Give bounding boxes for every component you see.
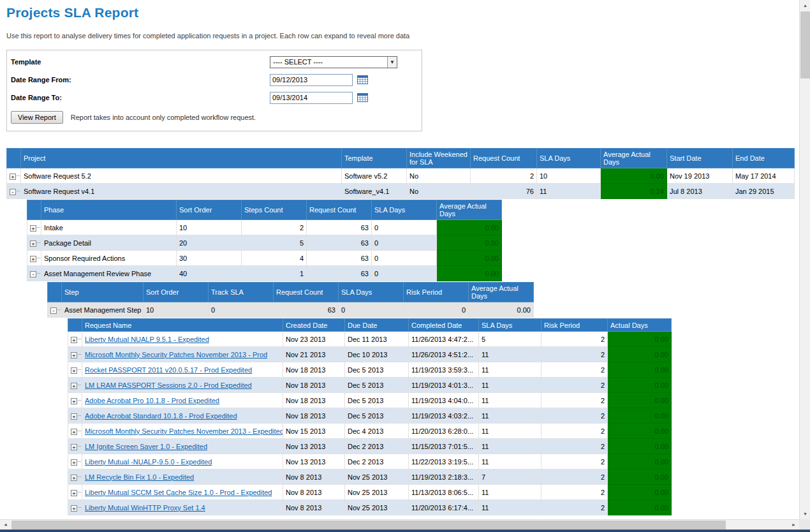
expand-toggle-icon[interactable]: + [71, 459, 77, 466]
sort-order-cell: 10 [144, 302, 209, 318]
header-spacer [27, 200, 41, 220]
due-date-cell: Dec 2 2013 [345, 454, 409, 469]
template-label: Template [11, 58, 270, 66]
horizontal-scrollbar-thumb[interactable] [11, 521, 726, 529]
col-header-risk-period: Risk Period [541, 319, 608, 332]
tree-connector [17, 175, 21, 176]
request-name-link[interactable]: Adobe Acrobat Pro 10.1.8 - Prod Expedite… [85, 397, 219, 404]
sort-order-cell: 10 [177, 220, 242, 235]
request-name-link[interactable]: Microsoft Monthly Security Patches Novem… [85, 427, 283, 435]
request-name-link[interactable]: LM Ignite Screen Saver 1.0 - Expedited [85, 443, 207, 450]
scroll-up-icon[interactable]: ▲ [800, 0, 810, 11]
calendar-icon[interactable] [357, 92, 368, 103]
date-from-input[interactable] [270, 74, 353, 86]
expand-toggle-icon[interactable]: + [71, 444, 77, 450]
request-row: + Adobe Acrobat Standard 10.1.8 - Prod E… [68, 408, 672, 424]
risk-period-cell: 2 [541, 347, 608, 362]
expander-cell: + [27, 251, 41, 266]
completed-date-cell: 11/19/2013 4:03:2... [409, 408, 479, 424]
sla-days-cell: 5 [479, 332, 541, 347]
request-name-link[interactable]: Liberty Mutual SCCM Set Cache Size 1.0 -… [85, 489, 272, 496]
expand-toggle-icon[interactable]: + [71, 490, 77, 496]
request-name-link[interactable]: Liberty Mutual -NUALP-9.5.0 - Expedited [85, 458, 212, 466]
avg-actual-days-cell: 0.00 [437, 220, 502, 235]
col-header-request-count: Request Count [307, 200, 372, 220]
sla-days-cell: 0 [372, 266, 437, 281]
request-table: Request Name Created Date Due Date Compl… [68, 318, 672, 515]
request-row: + Liberty Mutual -NUALP-9.5.0 - Expedite… [68, 454, 672, 469]
sla-days-cell: 11 [537, 184, 601, 199]
expand-toggle-icon[interactable]: + [30, 240, 36, 247]
filter-panel: Template ---- SELECT ---- ▼ Date Range F… [6, 50, 422, 131]
tree-connector [78, 415, 82, 416]
due-date-cell: Dec 5 2013 [345, 408, 409, 424]
request-name-link[interactable]: Rocket PASSPORT 2011 v20.0.5.17 - Prod E… [85, 366, 252, 374]
phase-header-row: Phase Sort Order Steps Count Request Cou… [27, 200, 502, 220]
expander-cell: + [68, 424, 82, 439]
risk-period-cell: 2 [541, 469, 608, 485]
request-name-link[interactable]: Liberty Mutual WinHTTP Proxy Set 1.4 [85, 504, 205, 512]
sla-days-cell: 11 [479, 485, 541, 500]
col-header-sla-days: SLA Days [479, 319, 541, 332]
expand-toggle-icon[interactable]: + [71, 337, 77, 343]
include-weekend-cell: No [407, 168, 471, 184]
window-edge [0, 529, 810, 532]
scroll-left-icon[interactable]: ◄ [0, 520, 11, 530]
col-header-avg-actual-days: Average Actual Days [601, 149, 667, 168]
tree-connector [78, 369, 82, 370]
expand-toggle-icon[interactable]: + [71, 475, 77, 481]
date-to-input[interactable] [270, 92, 353, 104]
step-row: - Asset Management Step 10 0 63 0 0 0.00 [48, 302, 534, 318]
expand-toggle-icon[interactable]: + [71, 505, 77, 512]
tree-connector [78, 354, 82, 355]
calendar-icon[interactable] [357, 75, 368, 85]
view-report-row: View Report Report takes into account on… [11, 108, 416, 127]
risk-period-cell: 2 [541, 393, 608, 408]
request-name-link[interactable]: Microsoft Monthly Security Patches Novem… [85, 351, 267, 358]
expand-toggle-icon[interactable]: + [30, 256, 36, 262]
col-header-start-date: Start Date [667, 149, 733, 168]
avg-actual-days-cell: 0.00 [437, 266, 502, 281]
expand-toggle-icon[interactable]: + [71, 383, 77, 389]
col-header-sla-days: SLA Days [372, 200, 437, 220]
project-name-cell: Software Request 5.2 [21, 168, 342, 184]
created-date-cell: Nov 13 2013 [283, 454, 345, 469]
request-name-cell: Liberty Mutual -NUALP-9.5.0 - Expedited [82, 454, 283, 469]
sla-days-cell: 11 [479, 500, 541, 515]
expand-toggle-icon[interactable]: + [71, 429, 77, 435]
horizontal-scrollbar[interactable]: ◄ ► [0, 519, 799, 529]
request-count-cell: 63 [307, 251, 372, 266]
expand-toggle-icon[interactable]: - [50, 307, 57, 314]
expand-toggle-icon[interactable]: + [71, 398, 77, 404]
expand-toggle-icon[interactable]: - [10, 189, 16, 195]
request-row: + Microsoft Monthly Security Patches Nov… [68, 347, 672, 362]
created-date-cell: Nov 15 2013 [283, 424, 345, 439]
project-row: + Software Request 5.2 Software v5.2 No … [7, 168, 795, 184]
expand-toggle-icon[interactable]: + [71, 413, 77, 420]
request-name-link[interactable]: Liberty Mutual NUALP 9.5.1 - Expedited [85, 336, 209, 343]
expand-toggle-icon[interactable]: + [30, 225, 36, 232]
col-header-risk-period: Risk Period [404, 283, 469, 302]
request-name-link[interactable]: Adobe Acrobat Standard 10.1.8 - Prod Exp… [85, 412, 237, 420]
view-report-button[interactable]: View Report [11, 111, 63, 124]
request-name-link[interactable]: LM LRAM PASSPORT Sessions 2.0 - Prod Exp… [85, 381, 252, 389]
request-name-cell: Liberty Mutual WinHTTP Proxy Set 1.4 [82, 500, 283, 515]
expand-toggle-icon[interactable]: + [10, 174, 16, 180]
vertical-scrollbar[interactable]: ▲ ▼ [799, 0, 810, 519]
template-select[interactable]: ---- SELECT ---- ▼ [270, 56, 397, 68]
scroll-down-icon[interactable]: ▼ [800, 508, 810, 519]
tree-connector [37, 227, 41, 228]
tree-connector [37, 258, 41, 258]
expand-toggle-icon[interactable]: + [71, 352, 77, 358]
expander-cell: + [68, 362, 82, 378]
col-header-sla-days: SLA Days [339, 283, 404, 302]
include-weekend-cell: No [407, 184, 471, 199]
expand-toggle-icon[interactable]: - [30, 271, 36, 277]
actual-days-cell: 0.00 [608, 393, 672, 408]
col-header-actual-days: Actual Days [608, 319, 672, 332]
vertical-scrollbar-thumb[interactable] [800, 11, 810, 78]
scroll-right-icon[interactable]: ► [788, 520, 799, 530]
request-name-link[interactable]: LM Recycle Bin Fix 1.0 - Expedited [85, 473, 194, 481]
expand-toggle-icon[interactable]: + [71, 367, 77, 374]
sla-days-cell: 11 [479, 378, 541, 393]
